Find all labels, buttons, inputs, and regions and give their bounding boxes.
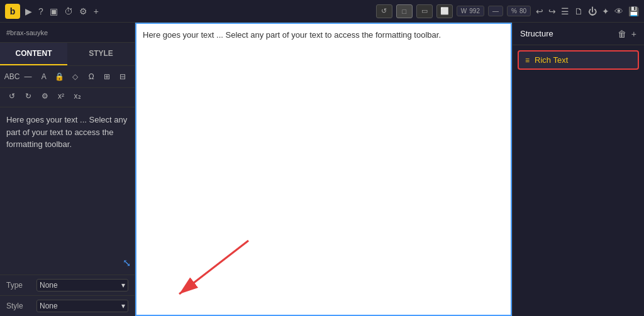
- preview-icon[interactable]: 👁: [614, 6, 623, 16]
- width-input[interactable]: W 992: [457, 6, 484, 16]
- history-icon[interactable]: ⏱: [64, 6, 73, 16]
- top-bar-left-icons: ▶ ? ▣ ⏱ ⚙ +: [25, 6, 371, 16]
- canvas-content[interactable]: Here goes your text ... Select any part …: [135, 23, 512, 316]
- divider-btn[interactable]: —: [21, 70, 35, 84]
- pages-icon[interactable]: ▣: [50, 6, 58, 16]
- style-field-row: Style None ▾: [0, 295, 135, 316]
- main-area: #brax-sauyke CONTENT STYLE ABC — A 🔒 ◇ Ω…: [0, 23, 644, 316]
- panel-tabs: CONTENT STYLE: [0, 43, 135, 66]
- subscript-btn[interactable]: x₂: [70, 89, 84, 103]
- w-label: W: [461, 8, 467, 14]
- style-select[interactable]: None ▾: [36, 300, 128, 312]
- canvas-placeholder: Here goes your text ... Select any part …: [135, 23, 512, 47]
- tablet-view-btn[interactable]: ▭: [416, 4, 433, 18]
- save-icon[interactable]: 💾: [628, 6, 639, 16]
- star-icon[interactable]: ✦: [602, 6, 609, 16]
- delete-icon[interactable]: 🗑: [618, 29, 626, 39]
- undo2-btn[interactable]: ↺: [5, 89, 19, 103]
- left-panel: #brax-sauyke CONTENT STYLE ABC — A 🔒 ◇ Ω…: [0, 23, 135, 316]
- svg-line-1: [179, 241, 248, 294]
- link-btn[interactable]: ◇: [69, 70, 82, 84]
- text-color-btn[interactable]: A: [37, 70, 50, 84]
- undo-icon[interactable]: ↩: [536, 6, 543, 16]
- lines-icon: ≡: [525, 56, 530, 65]
- toolbar-row-1: ABC — A 🔒 ◇ Ω ⊞ ⊟: [0, 66, 135, 88]
- omega-btn[interactable]: Ω: [85, 70, 98, 84]
- top-bar: b ▶ ? ▣ ⏱ ⚙ + ↺ □ ▭ ⬜ W 992 — % 80 ↩ ↪ ☰…: [0, 0, 644, 23]
- content-editor[interactable]: Here goes your text ... Select any part …: [0, 107, 135, 275]
- tab-style[interactable]: STYLE: [67, 43, 135, 65]
- element-selector: #brax-sauyke: [0, 23, 135, 43]
- tab-content[interactable]: CONTENT: [0, 43, 67, 65]
- zoom-label: %: [511, 8, 517, 14]
- top-bar-right-icons: ↩ ↪ ☰ 🗋 ⏻ ✦ 👁 💾: [536, 6, 639, 16]
- type-select[interactable]: None ▾: [36, 279, 128, 291]
- redo-icon[interactable]: ↪: [548, 6, 556, 16]
- zoom-value: 80: [519, 8, 526, 14]
- right-panel: Structure 🗑 + ≡ Rich Text: [512, 23, 644, 316]
- desktop-view-btn[interactable]: □: [396, 4, 413, 18]
- add-structure-icon[interactable]: +: [631, 29, 636, 39]
- undo-btn[interactable]: ↺: [376, 4, 392, 18]
- clear-btn[interactable]: ⚙: [38, 89, 52, 103]
- superscript-btn[interactable]: x²: [54, 89, 68, 103]
- rich-text-structure-item[interactable]: ≡ Rich Text: [518, 50, 639, 70]
- rich-text-label: Rich Text: [535, 55, 568, 65]
- lock-btn[interactable]: 🔒: [53, 70, 66, 84]
- menu-icon[interactable]: ☰: [561, 6, 569, 16]
- pages2-icon[interactable]: 🗋: [574, 6, 583, 16]
- height-separator: —: [488, 6, 503, 16]
- play-icon[interactable]: ▶: [25, 6, 32, 16]
- canvas-selection-border: [135, 23, 512, 316]
- add-icon[interactable]: +: [94, 6, 99, 16]
- mobile-view-btn[interactable]: ⬜: [436, 4, 453, 18]
- type-label: Type: [6, 281, 31, 290]
- structure-header: Structure 🗑 +: [513, 23, 644, 45]
- settings-icon[interactable]: ⚙: [79, 6, 87, 16]
- type-field-row: Type None ▾: [0, 275, 135, 295]
- redo2-btn[interactable]: ↻: [21, 89, 35, 103]
- bold-btn[interactable]: ABC: [5, 70, 19, 84]
- style-label: Style: [6, 302, 31, 310]
- power-icon[interactable]: ⏻: [588, 6, 597, 16]
- canvas-area: Here goes your text ... Select any part …: [135, 23, 512, 316]
- chevron-down-icon-2: ▾: [121, 302, 125, 310]
- toolbar-row-2: ↺ ↻ ⚙ x² x₂: [0, 88, 135, 107]
- structure-title: Structure: [520, 29, 553, 38]
- top-bar-center: ↺ □ ▭ ⬜ W 992 — % 80: [376, 4, 531, 18]
- arrow-annotation: [154, 234, 280, 310]
- indent-btn[interactable]: ⊟: [116, 70, 130, 84]
- list-btn[interactable]: ⊞: [101, 70, 114, 84]
- editor-text: Here goes your text ... Select any part …: [6, 115, 127, 149]
- zoom-control[interactable]: % 80: [507, 6, 531, 16]
- resize-handle-icon[interactable]: ⤡: [123, 256, 131, 271]
- structure-header-icons: 🗑 +: [618, 29, 636, 39]
- chevron-down-icon: ▾: [121, 281, 125, 290]
- w-value: 992: [469, 8, 480, 14]
- logo[interactable]: b: [5, 4, 20, 19]
- help-icon[interactable]: ?: [38, 6, 43, 16]
